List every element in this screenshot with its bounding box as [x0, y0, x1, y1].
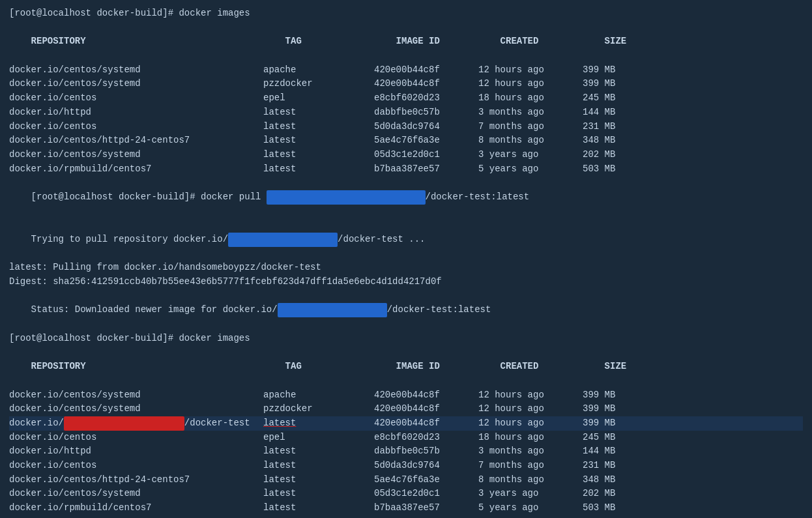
table2-row-7: docker.io/centos/systemdlatest05d3c1e2d0…: [9, 487, 803, 501]
t2r0-id: 420e00b44c8f: [374, 388, 478, 403]
t1r2-repo: docker.io/centos: [9, 91, 263, 106]
t1r5-repo: docker.io/centos/httpd-24-centos7: [9, 134, 263, 148]
table2-row-8: docker.io/rpmbuild/centos7latestb7baa387…: [9, 501, 803, 515]
t1r6-size: 202 MB: [583, 149, 615, 160]
t2r3-size: 245 MB: [583, 432, 615, 442]
t1r3-repo: docker.io/httpd: [9, 106, 263, 120]
t2r5-tag: latest: [263, 459, 374, 473]
status-text: Status: Downloaded newer image for docke…: [31, 304, 278, 315]
t2r5-size: 231 MB: [583, 460, 615, 470]
t2r0-created: 12 hours ago: [478, 388, 583, 403]
t2r4-size: 144 MB: [583, 446, 615, 456]
t2r0-size: 399 MB: [583, 390, 615, 400]
t2r5-id: 5d0da3dc9764: [374, 459, 478, 473]
t1r3-created: 3 months ago: [478, 106, 583, 120]
t1r1-size: 399 MB: [583, 78, 615, 89]
pull-cmd-line: [root@localhost docker-build]# docker pu…: [9, 176, 803, 218]
digest-line: Digest: sha256:412591ccb40b7b55ee43e6b57…: [9, 275, 803, 289]
t2r7-id: 05d3c1e2d0c1: [374, 487, 478, 501]
t1r7-size: 503 MB: [583, 164, 615, 174]
terminal: [root@localhost docker-build]# docker im…: [9, 7, 803, 518]
col-header-size-2: SIZE: [605, 361, 627, 371]
t2r8-created: 5 years ago: [478, 501, 583, 515]
t2r4-tag: latest: [263, 444, 374, 459]
t1r2-created: 18 hours ago: [478, 91, 583, 106]
t2r1-repo: docker.io/centos/systemd: [9, 402, 263, 416]
table2-row-3: docker.io/centosepele8cbf6020d2318 hours…: [9, 431, 803, 445]
t1r2-size: 245 MB: [583, 93, 615, 103]
t2r6-tag: latest: [263, 473, 374, 487]
table2-row-6: docker.io/centos/httpd-24-centos7latest5…: [9, 473, 803, 487]
t2r7-tag: latest: [263, 487, 374, 501]
status-suffix: /docker-test:latest: [387, 304, 491, 315]
t1r3-size: 144 MB: [583, 107, 615, 117]
images-table-2: docker.io/centos/systemdapache420e00b44c…: [9, 388, 803, 515]
t1r7-created: 5 years ago: [478, 162, 583, 177]
t2r6-created: 8 months ago: [478, 473, 583, 487]
table2-row-2: docker.io/ /docker-testlatest420e00b44c8…: [9, 416, 803, 431]
images-table-1: docker.io/centos/systemdapache420e00b44c…: [9, 63, 803, 177]
t1r4-created: 7 months ago: [478, 120, 583, 134]
t1r4-tag: latest: [263, 120, 374, 134]
t2r4-id: dabbfbe0c57b: [374, 444, 478, 459]
t2r7-size: 202 MB: [583, 488, 615, 498]
status-line: Status: Downloaded newer image for docke…: [9, 289, 803, 332]
t1r7-id: b7baa387ee57: [374, 162, 478, 177]
col-header-id: IMAGE ID: [396, 35, 500, 49]
t1r0-created: 12 hours ago: [478, 63, 583, 78]
t2r3-tag: epel: [263, 431, 374, 445]
table1-row-7: docker.io/rpmbuild/centos7latestb7baa387…: [9, 162, 803, 177]
t1r5-size: 348 MB: [583, 135, 615, 145]
col-header-tag-2: TAG: [285, 360, 396, 374]
col-header-repo: REPOSITORY: [31, 35, 285, 49]
table2-row-0: docker.io/centos/systemdapache420e00b44c…: [9, 388, 803, 403]
pull-redacted-3: [278, 303, 387, 317]
t1r0-repo: docker.io/centos/systemd: [9, 63, 263, 78]
t1r1-created: 12 hours ago: [478, 77, 583, 91]
pull-redacted-2: [228, 233, 338, 247]
t2r1-id: 420e00b44c8f: [374, 402, 478, 416]
t1r4-size: 231 MB: [583, 121, 615, 132]
t1r6-created: 3 years ago: [478, 148, 583, 162]
pull-cmd-text: [root@localhost docker-build]# docker pu…: [31, 192, 267, 202]
t2r8-size: 503 MB: [583, 502, 615, 513]
col-header-size: SIZE: [605, 36, 627, 46]
t1r1-tag: pzzdocker: [263, 77, 374, 91]
t2r6-id: 5ae4c76f6a3e: [374, 473, 478, 487]
t2r2-tag: latest: [263, 416, 374, 431]
t1r0-id: 420e00b44c8f: [374, 63, 478, 78]
underline-tag: latest: [263, 418, 296, 428]
table2-row-4: docker.io/httpdlatestdabbfbe0c57b3 month…: [9, 444, 803, 459]
t2r4-repo: docker.io/httpd: [9, 444, 263, 459]
t1r6-repo: docker.io/centos/systemd: [9, 148, 263, 162]
t2r2-id: 420e00b44c8f: [374, 416, 478, 431]
t2r5-repo: docker.io/centos: [9, 459, 263, 473]
t2r0-repo: docker.io/centos/systemd: [9, 388, 263, 403]
trying-pull-text: Trying to pull repository docker.io/: [31, 234, 228, 244]
t1r1-repo: docker.io/centos/systemd: [9, 77, 263, 91]
col-header-created: CREATED: [500, 35, 605, 49]
table1-row-3: docker.io/httpdlatestdabbfbe0c57b3 month…: [9, 106, 803, 120]
t1r1-id: 420e00b44c8f: [374, 77, 478, 91]
t1r0-tag: apache: [263, 63, 374, 78]
t1r2-id: e8cbf6020d23: [374, 91, 478, 106]
t2r8-id: b7baa387ee57: [374, 501, 478, 515]
t2r8-tag: latest: [263, 501, 374, 515]
t1r2-tag: epel: [263, 91, 374, 106]
header-row-2: REPOSITORYTAGIMAGE IDCREATEDSIZE: [9, 346, 803, 388]
pull-redacted-1: [267, 190, 426, 205]
table1-row-5: docker.io/centos/httpd-24-centos7latest5…: [9, 134, 803, 148]
col-header-repo-2: REPOSITORY: [31, 360, 285, 374]
col-header-tag: TAG: [285, 35, 396, 49]
prompt-line-2: [root@localhost docker-build]# docker im…: [9, 332, 803, 346]
t1r5-created: 8 months ago: [478, 134, 583, 148]
t1r6-id: 05d3c1e2d0c1: [374, 148, 478, 162]
pull-line2-suf: /docker-test ...: [338, 234, 425, 244]
t2r1-created: 12 hours ago: [478, 402, 583, 416]
table1-row-6: docker.io/centos/systemdlatest05d3c1e2d0…: [9, 148, 803, 162]
t1r7-tag: latest: [263, 162, 374, 177]
t1r6-tag: latest: [263, 148, 374, 162]
t1r3-id: dabbfbe0c57b: [374, 106, 478, 120]
t1r4-repo: docker.io/centos: [9, 120, 263, 134]
table1-row-1: docker.io/centos/systemdpzzdocker420e00b…: [9, 77, 803, 91]
